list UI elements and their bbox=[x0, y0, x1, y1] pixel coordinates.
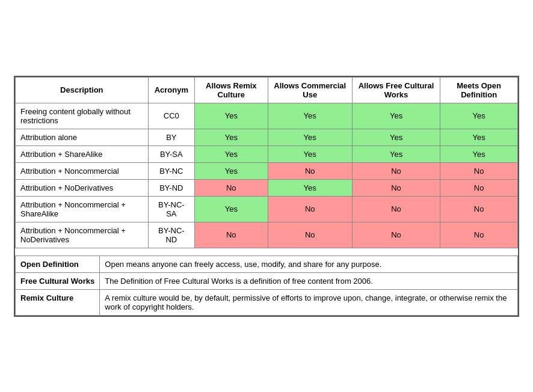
cell-description: Attribution + Noncommercial + ShareAlike bbox=[16, 196, 149, 222]
table-row: Attribution + Noncommercial + ShareAlike… bbox=[16, 196, 518, 222]
cell-opendef: Yes bbox=[440, 103, 518, 129]
cell-commercial: No bbox=[268, 222, 352, 248]
cell-freecultural: Yes bbox=[352, 145, 440, 162]
cell-remix: No bbox=[195, 179, 268, 196]
cell-acronym: BY-NC-ND bbox=[148, 222, 194, 248]
cell-remix: Yes bbox=[195, 129, 268, 145]
header-commercial: Allows Commercial Use bbox=[268, 77, 352, 103]
header-description: Description bbox=[16, 77, 149, 103]
cell-remix: Yes bbox=[195, 145, 268, 162]
table-body: Freeing content globally without restric… bbox=[16, 103, 518, 248]
header-acronym: Acronym bbox=[148, 77, 194, 103]
cell-description: Attribution + Noncommercial + NoDerivati… bbox=[16, 222, 149, 248]
cell-opendef: Yes bbox=[440, 129, 518, 145]
header-opendef: Meets Open Definition bbox=[440, 77, 518, 103]
cell-opendef: Yes bbox=[440, 145, 518, 162]
definition-row: Free Cultural WorksThe Definition of Fre… bbox=[16, 272, 518, 289]
cell-description: Attribution + Noncommercial bbox=[16, 162, 149, 179]
definitions-table: Open DefinitionOpen means anyone can fre… bbox=[15, 248, 518, 316]
definition-text: A remix culture would be, by default, pe… bbox=[100, 289, 518, 315]
cell-opendef: No bbox=[440, 179, 518, 196]
table-row: Attribution + ShareAlikeBY-SAYesYesYesYe… bbox=[16, 145, 518, 162]
cell-acronym: BY-NC-SA bbox=[148, 196, 194, 222]
table-row: Attribution + NoDerivativesBY-NDNoYesNoN… bbox=[16, 179, 518, 196]
definition-text: Open means anyone can freely access, use… bbox=[100, 256, 518, 272]
cell-freecultural: Yes bbox=[352, 129, 440, 145]
cell-commercial: Yes bbox=[268, 103, 352, 129]
cell-commercial: No bbox=[268, 196, 352, 222]
cell-description: Attribution + NoDerivatives bbox=[16, 179, 149, 196]
header-row: Description Acronym Allows Remix Culture… bbox=[16, 77, 518, 103]
definition-text: The Definition of Free Cultural Works is… bbox=[100, 272, 518, 289]
main-table: Description Acronym Allows Remix Culture… bbox=[15, 77, 518, 248]
cell-remix: Yes bbox=[195, 103, 268, 129]
cell-description: Freeing content globally without restric… bbox=[16, 103, 149, 129]
definition-row: Open DefinitionOpen means anyone can fre… bbox=[16, 256, 518, 272]
table-row: Attribution aloneBYYesYesYesYes bbox=[16, 129, 518, 145]
cell-remix: No bbox=[195, 222, 268, 248]
definition-term: Free Cultural Works bbox=[16, 272, 100, 289]
definitions-body: Open DefinitionOpen means anyone can fre… bbox=[16, 256, 518, 315]
cell-acronym: BY bbox=[148, 129, 194, 145]
table-row: Attribution + Noncommercial + NoDerivati… bbox=[16, 222, 518, 248]
cell-commercial: Yes bbox=[268, 179, 352, 196]
main-wrapper: Description Acronym Allows Remix Culture… bbox=[14, 76, 519, 317]
cell-acronym: BY-SA bbox=[148, 145, 194, 162]
cell-description: Attribution alone bbox=[16, 129, 149, 145]
header-remix: Allows Remix Culture bbox=[195, 77, 268, 103]
table-row: Freeing content globally without restric… bbox=[16, 103, 518, 129]
cell-freecultural: No bbox=[352, 162, 440, 179]
definition-term: Remix Culture bbox=[16, 289, 100, 315]
cell-commercial: Yes bbox=[268, 129, 352, 145]
table-row: Attribution + NoncommercialBY-NCYesNoNoN… bbox=[16, 162, 518, 179]
cell-commercial: Yes bbox=[268, 145, 352, 162]
cell-acronym: BY-ND bbox=[148, 179, 194, 196]
cell-acronym: BY-NC bbox=[148, 162, 194, 179]
cell-acronym: CC0 bbox=[148, 103, 194, 129]
cell-freecultural: No bbox=[352, 179, 440, 196]
cell-freecultural: No bbox=[352, 196, 440, 222]
cell-description: Attribution + ShareAlike bbox=[16, 145, 149, 162]
spacer-row bbox=[16, 248, 518, 256]
cell-opendef: No bbox=[440, 162, 518, 179]
cell-freecultural: No bbox=[352, 222, 440, 248]
header-freecultural: Allows Free Cultural Works bbox=[352, 77, 440, 103]
cell-remix: Yes bbox=[195, 162, 268, 179]
cell-freecultural: Yes bbox=[352, 103, 440, 129]
cell-commercial: No bbox=[268, 162, 352, 179]
definition-row: Remix CultureA remix culture would be, b… bbox=[16, 289, 518, 315]
definition-term: Open Definition bbox=[16, 256, 100, 272]
cell-opendef: No bbox=[440, 222, 518, 248]
cell-remix: Yes bbox=[195, 196, 268, 222]
cell-opendef: No bbox=[440, 196, 518, 222]
